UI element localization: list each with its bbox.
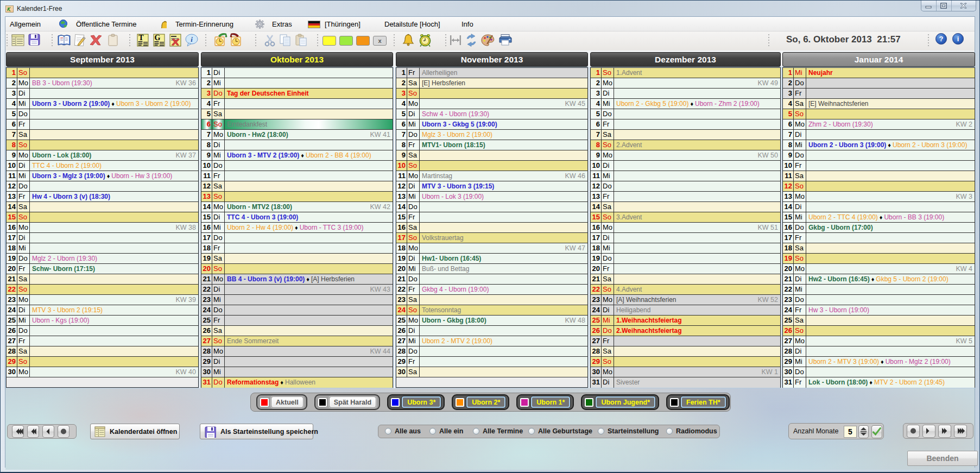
svg-text:i: i <box>191 35 193 43</box>
svg-text:T: T <box>138 34 144 42</box>
svg-text:G: G <box>155 34 161 42</box>
